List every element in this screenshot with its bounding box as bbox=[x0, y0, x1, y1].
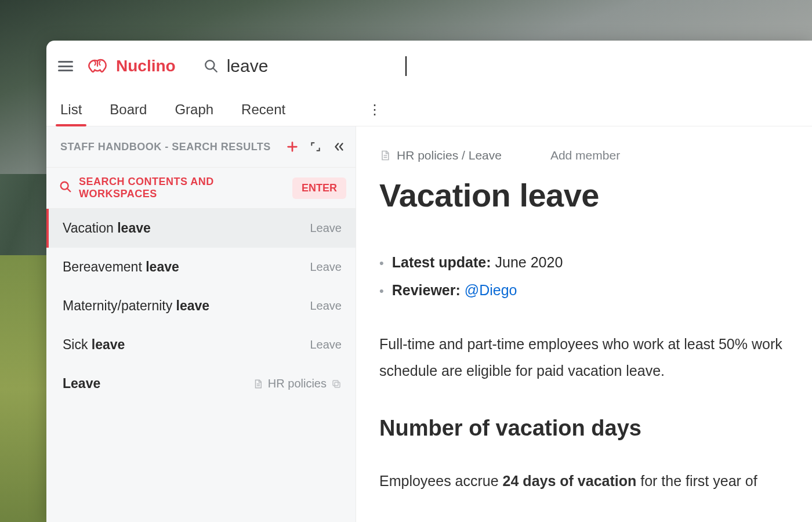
sidebar-title: STAFF HANDBOOK - SEARCH RESULTS bbox=[60, 141, 278, 153]
search-contents-button[interactable]: SEARCH CONTENTS AND WORKSPACES ENTER bbox=[46, 167, 356, 209]
tab-graph[interactable]: Graph bbox=[173, 102, 215, 126]
copy-icon bbox=[331, 379, 342, 389]
app-window: Nuclino List Board Graph Recent ⋮ STAFF … bbox=[46, 41, 812, 522]
body-row: STAFF HANDBOOK - SEARCH RESULTS SEARCH C… bbox=[46, 126, 812, 522]
text-caret bbox=[405, 56, 407, 76]
breadcrumb-text: HR policies / Leave bbox=[397, 148, 502, 162]
sidebar: STAFF HANDBOOK - SEARCH RESULTS SEARCH C… bbox=[46, 126, 356, 522]
svg-rect-3 bbox=[333, 380, 338, 386]
document-pane: HR policies / Leave Add member Vacation … bbox=[356, 126, 812, 522]
brand[interactable]: Nuclino bbox=[85, 56, 176, 76]
result-category: Leave bbox=[310, 299, 342, 313]
background-grass bbox=[0, 255, 46, 522]
result-item-sick-leave[interactable]: Sick leave Leave bbox=[46, 325, 356, 364]
svg-rect-2 bbox=[335, 382, 340, 387]
result-item-leave[interactable]: Leave HR policies bbox=[46, 364, 356, 403]
result-category: Leave bbox=[310, 222, 342, 235]
brand-name: Nuclino bbox=[116, 57, 176, 75]
search-contents-label: SEARCH CONTENTS AND WORKSPACES bbox=[79, 176, 285, 200]
topbar: Nuclino bbox=[46, 41, 812, 92]
add-item-icon[interactable] bbox=[284, 138, 301, 155]
sidebar-header: STAFF HANDBOOK - SEARCH RESULTS bbox=[46, 126, 356, 167]
document-meta-list: • Latest update: June 2020 • Reviewer: @… bbox=[379, 249, 812, 304]
result-title: Bereavement leave bbox=[63, 259, 303, 275]
bullet-icon: • bbox=[379, 279, 384, 303]
collapse-chevrons-icon[interactable] bbox=[330, 138, 347, 155]
more-menu-icon[interactable]: ⋮ bbox=[368, 102, 382, 126]
tab-list[interactable]: List bbox=[59, 102, 83, 126]
breadcrumb-row: HR policies / Leave Add member bbox=[379, 148, 812, 162]
meta-reviewer: • Reviewer: @Diego bbox=[379, 277, 812, 304]
view-tabs: List Board Graph Recent ⋮ bbox=[46, 92, 812, 126]
add-member-button[interactable]: Add member bbox=[550, 148, 620, 162]
search-icon bbox=[59, 180, 72, 195]
brain-logo-icon bbox=[85, 56, 110, 76]
result-title: Vacation leave bbox=[63, 220, 303, 236]
result-item-maternity-paternity-leave[interactable]: Maternity/paternity leave Leave bbox=[46, 287, 356, 325]
result-category: Leave bbox=[310, 338, 342, 351]
tab-board[interactable]: Board bbox=[108, 102, 148, 126]
result-title: Maternity/paternity leave bbox=[63, 298, 303, 314]
bullet-icon: • bbox=[379, 251, 384, 276]
document-paragraph: Full-time and part-time employees who wo… bbox=[379, 331, 812, 385]
reviewer-mention[interactable]: @Diego bbox=[465, 282, 517, 298]
document-icon bbox=[253, 379, 263, 389]
result-title: Leave bbox=[63, 376, 246, 392]
result-category: Leave bbox=[310, 260, 342, 274]
result-title: Sick leave bbox=[63, 337, 303, 353]
search-results-list: Vacation leave Leave Bereavement leave L… bbox=[46, 209, 356, 522]
meta-key: Reviewer: bbox=[392, 282, 461, 298]
section-heading: Number of vacation days bbox=[379, 416, 812, 441]
document-icon bbox=[379, 150, 391, 161]
enter-key-pill: ENTER bbox=[292, 177, 346, 199]
result-item-bereavement-leave[interactable]: Bereavement leave Leave bbox=[46, 248, 356, 287]
result-item-vacation-leave[interactable]: Vacation leave Leave bbox=[46, 209, 356, 248]
hamburger-menu-icon[interactable] bbox=[58, 60, 74, 72]
result-category: HR policies bbox=[253, 377, 342, 390]
meta-key: Latest update: bbox=[392, 254, 491, 270]
search-input[interactable] bbox=[227, 56, 401, 76]
meta-latest-update: • Latest update: June 2020 bbox=[379, 249, 812, 277]
search-wrap bbox=[204, 56, 407, 76]
search-icon bbox=[204, 59, 219, 74]
breadcrumb[interactable]: HR policies / Leave bbox=[379, 148, 502, 162]
meta-value: June 2020 bbox=[495, 254, 563, 270]
document-paragraph: Employees accrue 24 days of vacation for… bbox=[379, 467, 812, 494]
tab-recent[interactable]: Recent bbox=[240, 102, 287, 126]
document-title: Vacation leave bbox=[379, 176, 812, 214]
expand-icon[interactable] bbox=[307, 138, 324, 155]
